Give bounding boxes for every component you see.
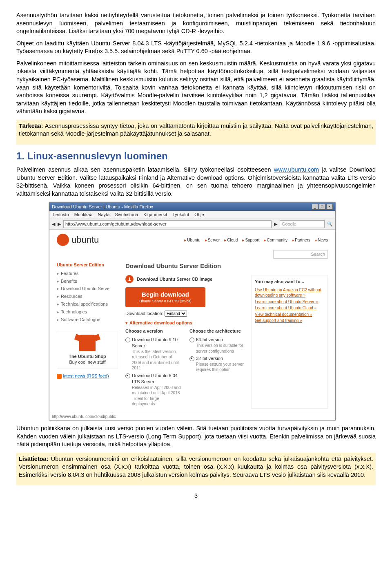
menu-item[interactable]: Tiedosto bbox=[52, 212, 69, 217]
shop-widget[interactable]: The Ubuntu Shop Buy cool new stuff bbox=[57, 331, 118, 369]
radio-option[interactable]: 64-bit versionThis version is suitable f… bbox=[189, 337, 245, 354]
page-title: Download Ubuntu Server Edition bbox=[125, 262, 328, 270]
highlight-box: Tärkeää: Asennusprosessissa syntyy tieto… bbox=[16, 120, 376, 145]
paragraph: Ubuntun politiikkana on julkaista uusi v… bbox=[16, 425, 376, 449]
go-icon[interactable]: ▶ bbox=[274, 221, 277, 227]
sidebar-box: You may also want to... Use Ubuntu on Am… bbox=[251, 275, 328, 408]
ubuntu-circle-icon bbox=[57, 234, 69, 246]
sidebar-item[interactable]: ▸Software Catalogue bbox=[57, 316, 118, 324]
menu-item[interactable]: Ohje bbox=[194, 212, 204, 217]
rss-icon bbox=[57, 374, 62, 379]
nav-link[interactable]: ▸Server bbox=[205, 238, 220, 242]
nav-link[interactable]: ▸News bbox=[315, 238, 328, 242]
search-icon[interactable]: 🔍 bbox=[327, 221, 333, 227]
sidebar-item[interactable]: ▸Technical specifications bbox=[57, 300, 118, 308]
location-select[interactable]: Finland bbox=[165, 311, 187, 317]
radio-option[interactable]: Download Ubuntu 8.04 LTS ServerReleased … bbox=[125, 373, 181, 407]
menu-item[interactable]: Työkalut bbox=[172, 212, 189, 217]
main-content: Download Ubuntu Server Edition 1 Downloa… bbox=[125, 262, 328, 409]
highlight-box: Lisätietoa: Ubuntun versionumerointi on … bbox=[16, 453, 376, 486]
paragraph: Asennustyöhön tarvitaan kaksi nettiyhtey… bbox=[16, 11, 376, 36]
forward-icon[interactable]: ▶ bbox=[58, 221, 61, 227]
sidebar-heading: Ubuntu Server Edition bbox=[57, 262, 118, 268]
minimize-icon[interactable]: _ bbox=[312, 204, 318, 210]
tshirt-icon bbox=[79, 335, 96, 351]
side-link[interactable]: View technical documentation » bbox=[255, 312, 324, 317]
search-engine-box[interactable]: Google bbox=[280, 220, 325, 228]
paragraph: Palvelinkoneen mitoittamisessa laitteist… bbox=[16, 60, 376, 116]
side-link[interactable]: Learn more about Ubuntu Server » bbox=[255, 299, 324, 305]
paragraph: Palvelimen asennus alkaa sen asennuspake… bbox=[16, 166, 376, 198]
alternative-options-toggle[interactable]: ▾Alternative download options bbox=[125, 320, 245, 326]
sidebar-item[interactable]: ▸Features bbox=[57, 270, 118, 277]
radio-icon bbox=[125, 338, 130, 342]
sidebar-item[interactable]: ▸Resources bbox=[57, 293, 118, 300]
close-icon[interactable]: × bbox=[326, 204, 333, 210]
section-heading: 1. Linux-asennuslevyn luominen bbox=[16, 150, 376, 163]
nav-link[interactable]: ▸Partners bbox=[292, 238, 310, 242]
begin-download-button[interactable]: Begin download Ubuntu Server 8.04 LTS (3… bbox=[125, 287, 205, 307]
ubuntu-link[interactable]: www.ubuntu.com bbox=[274, 166, 319, 173]
browser-menubar: Tiedosto Muokkaa Näytä Sivuhistoria Kirj… bbox=[49, 211, 335, 219]
side-link[interactable]: Learn more about Ubuntu Cloud » bbox=[255, 305, 324, 311]
menu-item[interactable]: Näytä bbox=[98, 212, 110, 217]
ubuntu-logo[interactable]: ubuntu bbox=[57, 234, 99, 246]
radio-icon bbox=[189, 356, 194, 361]
sidebar-item[interactable]: ▸Download Ubuntu Server bbox=[57, 285, 118, 293]
address-bar: ◀ ▶ http://www.ubuntu.com/getubuntu/down… bbox=[49, 219, 335, 230]
top-nav: ▸Ubuntu ▸Server ▸Cloud ▸Support ▸Communi… bbox=[181, 237, 328, 243]
nav-link[interactable]: ▸Support bbox=[242, 238, 259, 242]
side-link[interactable]: Use Ubuntu on Amazon EC2 without downloa… bbox=[255, 287, 324, 298]
menu-item[interactable]: Muokkaa bbox=[74, 212, 93, 217]
rss-link[interactable]: latest news (RSS feed) bbox=[57, 373, 118, 379]
window-titlebar: Download Ubuntu Server | Ubuntu - Mozill… bbox=[49, 203, 335, 211]
radio-option[interactable]: Download Ubuntu 9.10 ServerThis is the l… bbox=[125, 337, 181, 371]
sidebar-item[interactable]: ▸Benefits bbox=[57, 277, 118, 285]
window-buttons: _ □ × bbox=[312, 204, 333, 210]
step-number-badge: 1 bbox=[125, 275, 134, 283]
radio-icon bbox=[125, 373, 130, 378]
step-header: 1 Download Ubuntu Server CD image bbox=[125, 275, 245, 283]
page-number: 3 bbox=[16, 492, 376, 500]
browser-screenshot: Download Ubuntu Server | Ubuntu - Mozill… bbox=[49, 202, 336, 421]
menu-item[interactable]: Kirjanmerkit bbox=[143, 212, 167, 217]
maximize-icon[interactable]: □ bbox=[319, 204, 325, 210]
radio-option[interactable]: 32-bit versionPlease ensure your server … bbox=[189, 355, 245, 373]
menu-item[interactable]: Sivuhistoria bbox=[115, 212, 138, 217]
sidebar: Ubuntu Server Edition ▸Features ▸Benefit… bbox=[57, 262, 118, 409]
highlight-text: Tärkeää: Asennusprosessissa syntyy tieto… bbox=[19, 122, 373, 138]
site-search-input[interactable]: Search bbox=[273, 250, 328, 259]
sidebar-item[interactable]: ▸Technologies bbox=[57, 308, 118, 316]
column-header: Choose a version bbox=[125, 328, 181, 334]
side-link[interactable]: Get support and training » bbox=[255, 318, 324, 324]
nav-link[interactable]: ▸Ubuntu bbox=[184, 238, 200, 242]
nav-link[interactable]: ▸Cloud bbox=[224, 238, 238, 242]
nav-link[interactable]: ▸Community bbox=[264, 238, 287, 242]
radio-icon bbox=[189, 338, 194, 342]
status-bar: http://www.ubuntu.com/cloud/public bbox=[49, 413, 335, 420]
back-icon[interactable]: ◀ bbox=[52, 221, 55, 227]
url-input[interactable]: http://www.ubuntu.com/getubuntu/download… bbox=[63, 220, 272, 228]
highlight-text: Lisätietoa: Ubuntun versionumerointi on … bbox=[19, 455, 373, 479]
column-header: Choose the architecture bbox=[189, 328, 245, 334]
download-location: Download location: Finland bbox=[125, 311, 245, 317]
window-title: Download Ubuntu Server | Ubuntu - Mozill… bbox=[52, 204, 153, 210]
paragraph: Ohjeet on laadittu käyttäen Ubuntu Serve… bbox=[16, 40, 376, 56]
